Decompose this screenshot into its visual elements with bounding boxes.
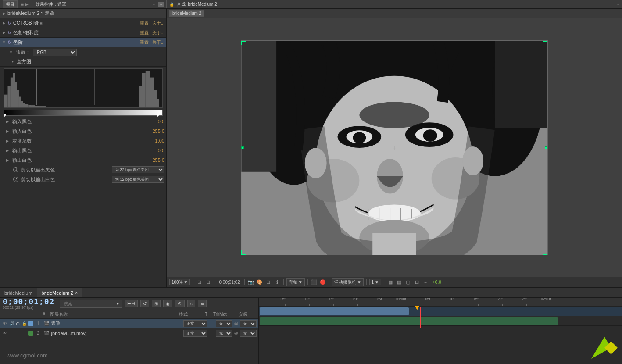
comp-menu-icon[interactable]: ≡ bbox=[617, 2, 619, 7]
ruler-tick bbox=[502, 304, 503, 306]
cc-rgb-about[interactable]: 关于... bbox=[152, 20, 164, 26]
layer-2-trkmat[interactable]: 无 bbox=[216, 330, 232, 337]
timeline-tracks: 0f05f10f15f20f25f01;00f05f10f15f20f25f02… bbox=[259, 298, 622, 364]
channel-icon[interactable]: ~ bbox=[422, 279, 429, 286]
effect-controls-panel: ▶ brideMedium 2 > 遮罩 ▶ fx CC RGB 阈值 重置 关… bbox=[0, 9, 167, 287]
project-tab[interactable]: 项目 bbox=[3, 0, 18, 8]
color-icon[interactable]: 🎨 bbox=[256, 279, 263, 286]
zoom-arrow: ▼ bbox=[184, 280, 188, 285]
input-black-expand[interactable]: ▶ bbox=[6, 120, 11, 124]
grid-icon[interactable]: ⊞ bbox=[265, 279, 272, 286]
histogram-expand[interactable]: ▼ bbox=[11, 60, 15, 64]
layer-1-audio[interactable]: 🔊 bbox=[9, 321, 15, 327]
timeline-tab-bride-medium-2[interactable]: brideMedium 2 × bbox=[37, 288, 83, 297]
layout-icon-2[interactable]: ▤ bbox=[396, 279, 403, 286]
panel-expand-arrow[interactable]: ▶ bbox=[3, 11, 6, 16]
timeline-ctrl-1[interactable]: ⊢⊣ bbox=[125, 300, 138, 307]
zoom-dropdown[interactable]: 100% ▼ bbox=[169, 279, 190, 285]
timeline-tab-close[interactable]: × bbox=[75, 290, 78, 295]
ruler-label: 25f bbox=[377, 298, 382, 301]
layer-1-vis[interactable]: 👁 bbox=[2, 321, 8, 327]
layout-icon-3[interactable]: ▢ bbox=[404, 279, 411, 286]
clip-black-select[interactable]: 为 32 bpc 颜色关闭 打开 bbox=[112, 166, 164, 173]
track-clip-1[interactable] bbox=[260, 307, 409, 315]
layer-1-name[interactable]: 遮罩 bbox=[51, 320, 182, 327]
output-black-value[interactable]: 0.0 bbox=[143, 148, 164, 153]
timeline-search[interactable]: ▼ bbox=[60, 300, 122, 308]
timeline-header: brideMedium brideMedium 2 × bbox=[0, 288, 622, 298]
ruler-mark: 20f bbox=[502, 304, 503, 306]
output-black-expand[interactable]: ▶ bbox=[6, 149, 11, 153]
layer-1-solo[interactable]: ⊙ bbox=[16, 321, 21, 326]
layout-icon-1[interactable]: ▦ bbox=[387, 279, 394, 286]
channel-expand[interactable]: ▼ bbox=[9, 50, 13, 54]
layer-1-mode[interactable]: 正常 bbox=[183, 320, 207, 327]
input-black-value[interactable]: 0.0 bbox=[143, 119, 164, 124]
ruler-tick bbox=[333, 304, 334, 306]
clip-white-reset-icon[interactable]: ↺ bbox=[13, 177, 18, 182]
rgb-icon[interactable]: 🔴 bbox=[319, 279, 326, 286]
comp-viewer-tab[interactable]: brideMedium 2 bbox=[169, 10, 204, 17]
hue-sat-about[interactable]: 关于... bbox=[152, 30, 164, 36]
input-white-value[interactable]: 255.0 bbox=[143, 128, 164, 134]
layer-2-solo[interactable] bbox=[16, 331, 21, 336]
handle-bottom-right[interactable] bbox=[543, 250, 547, 255]
layer-1-sub-icon[interactable]: @ bbox=[233, 321, 239, 326]
handle-top-left[interactable] bbox=[241, 41, 246, 45]
channel-select[interactable]: RGB 红色 绿色 蓝色 bbox=[33, 49, 77, 56]
levels-expand[interactable]: ▼ bbox=[2, 40, 6, 45]
gamma-value[interactable]: 1.00 bbox=[143, 138, 164, 143]
timeline-ctrl-5[interactable]: ⏱ bbox=[175, 300, 185, 307]
layer-2-vis[interactable]: 👁 bbox=[2, 330, 8, 336]
svg-rect-10 bbox=[28, 105, 31, 107]
layer-2-name[interactable]: [brideM...m.mov] bbox=[51, 331, 182, 336]
ruler-label: 20f bbox=[353, 298, 357, 301]
fit-icon[interactable]: ⊡ bbox=[196, 279, 203, 286]
handle-mid-left[interactable] bbox=[241, 146, 244, 149]
layer-2-sub-icon[interactable]: @ bbox=[233, 331, 239, 335]
output-white-expand[interactable]: ▶ bbox=[6, 158, 11, 162]
timeline-ctrl-2[interactable]: ↺ bbox=[140, 300, 149, 307]
timeline-ctrl-6[interactable]: ⌂ bbox=[187, 300, 195, 307]
layer-1-sub-select[interactable]: 无 bbox=[240, 320, 257, 327]
cc-rgb-reset[interactable]: 重置 bbox=[138, 20, 150, 26]
cc-rgb-effect-row: ▶ fx CC RGB 阈值 重置 关于... bbox=[0, 18, 166, 28]
timeline-ctrl-3[interactable]: ⊞ bbox=[152, 300, 161, 307]
timeline-ctrl-7[interactable]: ≋ bbox=[198, 300, 207, 307]
fx-panel-close[interactable]: × bbox=[158, 2, 164, 7]
hue-sat-effect-row: ▶ fx 色相/饱和度 重置 关于... bbox=[0, 28, 166, 38]
trans-icon[interactable]: ⬛ bbox=[311, 279, 318, 286]
panel-menu-icon[interactable]: ≡ bbox=[153, 2, 155, 7]
camera-icon[interactable]: 📷 bbox=[247, 279, 254, 286]
layer-2-audio[interactable] bbox=[9, 330, 15, 336]
layer-1-lock[interactable]: 🔒 bbox=[22, 321, 27, 326]
levels-about[interactable]: 关于... bbox=[152, 39, 164, 46]
layer-1-trkmat[interactable]: 无 bbox=[216, 320, 232, 327]
output-white-value[interactable]: 255.0 bbox=[143, 157, 164, 163]
handle-bottom-left[interactable] bbox=[241, 250, 246, 255]
search-input[interactable] bbox=[62, 300, 114, 307]
info-icon[interactable]: ℹ bbox=[274, 279, 281, 286]
views-dropdown[interactable]: 1 ▼ bbox=[369, 279, 381, 285]
layout-icon-4[interactable]: ⊞ bbox=[413, 279, 420, 286]
cc-rgb-expand[interactable]: ▶ bbox=[2, 21, 6, 25]
hue-sat-expand[interactable]: ▶ bbox=[2, 31, 6, 35]
handle-top-right[interactable] bbox=[543, 41, 547, 45]
layer-2-mode[interactable]: 正常 bbox=[183, 330, 207, 337]
channel-row: ▼ 通道： RGB 红色 绿色 蓝色 bbox=[0, 47, 166, 57]
layer-2-sub-select[interactable]: 无 bbox=[240, 330, 257, 337]
camera-dropdown[interactable]: 活动摄像机 ▼ bbox=[332, 278, 364, 286]
input-white-expand[interactable]: ▶ bbox=[6, 129, 11, 133]
timeline-ctrl-4[interactable]: ◉ bbox=[163, 300, 172, 307]
hue-sat-reset[interactable]: 重置 bbox=[138, 30, 150, 36]
quality-dropdown[interactable]: 完整 ▼ bbox=[286, 278, 305, 286]
track-clip-2[interactable] bbox=[260, 317, 558, 325]
clip-black-reset-icon[interactable]: ↺ bbox=[13, 167, 18, 172]
timeline-tab-bride-medium[interactable]: brideMedium bbox=[0, 288, 37, 297]
handle-mid-right[interactable] bbox=[545, 146, 547, 149]
magnify-icon[interactable]: ⊞ bbox=[204, 279, 211, 286]
clip-white-select[interactable]: 为 32 bpc 颜色关闭 打开 bbox=[112, 176, 164, 183]
levels-reset[interactable]: 重置 bbox=[138, 39, 150, 46]
gamma-expand[interactable]: ▶ bbox=[6, 139, 11, 143]
ruler-tick bbox=[382, 304, 382, 306]
